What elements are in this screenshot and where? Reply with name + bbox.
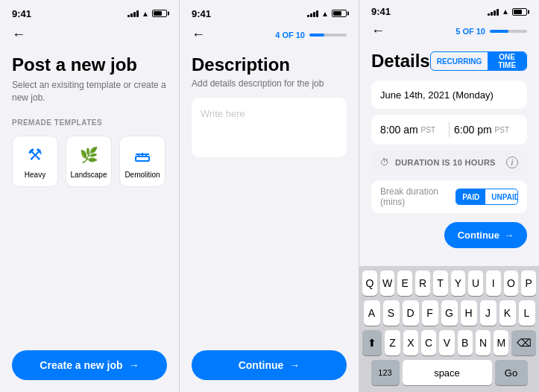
key-j[interactable]: J bbox=[480, 300, 497, 326]
clock-icon: ⏱ bbox=[380, 157, 389, 168]
continue-button-3[interactable]: Continue → bbox=[444, 222, 527, 248]
start-time-block[interactable]: 8:00 am PST bbox=[380, 124, 444, 136]
battery-icon-2 bbox=[332, 10, 347, 17]
keyboard-row-1: Q W E R T Y U I O P bbox=[362, 271, 536, 296]
continue-row: Continue → bbox=[371, 222, 527, 248]
end-time-tz: PST bbox=[495, 126, 509, 134]
key-h[interactable]: H bbox=[461, 300, 477, 326]
back-button-2[interactable]: ← bbox=[192, 27, 205, 42]
duration-row: ⏱ DURATION IS 10 HOURS i bbox=[371, 151, 527, 174]
key-e[interactable]: E bbox=[397, 271, 412, 296]
template-heavy-label: Heavy bbox=[25, 171, 45, 179]
key-q[interactable]: Q bbox=[362, 271, 377, 296]
description-textarea[interactable]: Write here bbox=[192, 98, 347, 157]
space-key[interactable]: space bbox=[403, 360, 492, 385]
key-m[interactable]: M bbox=[494, 330, 508, 355]
one-time-toggle[interactable]: ONE TIME bbox=[488, 52, 526, 70]
template-heavy[interactable]: ⚒ Heavy bbox=[12, 136, 58, 187]
keyboard-row-3: ⬆ Z X C V B N M ⌫ bbox=[362, 330, 536, 355]
delete-key[interactable]: ⌫ bbox=[511, 330, 535, 355]
key-p[interactable]: P bbox=[521, 271, 536, 296]
status-bar-2: 9:41 ▲ bbox=[180, 0, 359, 24]
key-n[interactable]: N bbox=[476, 330, 491, 355]
key-y[interactable]: Y bbox=[451, 271, 466, 296]
break-label: Break duration (mins) bbox=[380, 186, 456, 207]
nav-header-2: ← 4 OF 10 bbox=[180, 24, 359, 48]
create-job-button[interactable]: Create a new job → bbox=[12, 350, 167, 380]
svg-rect-0 bbox=[136, 157, 149, 161]
screen3-main: Details RECURRING ONE TIME June 14th, 20… bbox=[359, 45, 539, 266]
paid-button[interactable]: PAID bbox=[456, 189, 485, 204]
continue-arrow-icon-3: → bbox=[504, 230, 514, 241]
status-icons-3: ▲ bbox=[488, 7, 527, 16]
signal-icon-2 bbox=[307, 10, 318, 17]
key-v[interactable]: V bbox=[439, 330, 454, 355]
key-d[interactable]: D bbox=[403, 300, 419, 326]
template-landscape[interactable]: 🌿 Landscape bbox=[66, 136, 112, 187]
key-i[interactable]: I bbox=[486, 271, 501, 296]
time-divider bbox=[449, 122, 450, 137]
key-w[interactable]: W bbox=[380, 271, 395, 296]
create-job-label: Create a new job bbox=[40, 359, 122, 371]
templates-grid: ⚒ Heavy 🌿 Landscape Demolition bbox=[12, 136, 167, 187]
progress-fill-2 bbox=[309, 34, 324, 37]
recurring-toggle-group: RECURRING ONE TIME bbox=[430, 51, 527, 71]
back-button-1[interactable]: ← bbox=[12, 27, 25, 42]
recurring-toggle[interactable]: RECURRING bbox=[431, 52, 488, 70]
status-bar-3: 9:41 ▲ bbox=[359, 0, 539, 20]
screen1-main: Post a new job Select an exisiting templ… bbox=[0, 48, 179, 338]
key-l[interactable]: L bbox=[519, 300, 535, 326]
go-key[interactable]: Go bbox=[495, 360, 528, 385]
status-time-2: 9:41 bbox=[192, 8, 211, 19]
key-o[interactable]: O bbox=[504, 271, 519, 296]
start-time-tz: PST bbox=[421, 126, 435, 134]
key-g[interactable]: G bbox=[441, 300, 458, 326]
back-button-3[interactable]: ← bbox=[371, 23, 385, 39]
numbers-key[interactable]: 123 bbox=[371, 360, 400, 385]
nav-header-3: ← 5 OF 10 bbox=[359, 20, 539, 45]
nav-header-1: ← bbox=[0, 24, 179, 48]
screen-description: 9:41 ▲ ← 4 OF 10 Description Add details… bbox=[180, 0, 359, 392]
continue-label-2: Continue bbox=[239, 359, 284, 371]
info-icon[interactable]: i bbox=[506, 157, 518, 168]
signal-icon-3 bbox=[488, 8, 499, 16]
continue-arrow-icon-2: → bbox=[289, 359, 300, 371]
end-time-block[interactable]: 6:00 pm PST bbox=[454, 124, 518, 136]
key-s[interactable]: S bbox=[383, 300, 400, 326]
duration-info: ⏱ DURATION IS 10 HOURS bbox=[380, 157, 496, 168]
progress-area-2: 4 OF 10 bbox=[275, 31, 347, 39]
status-time-3: 9:41 bbox=[371, 6, 391, 17]
template-landscape-label: Landscape bbox=[71, 171, 107, 179]
key-b[interactable]: B bbox=[458, 330, 473, 355]
bottom-area-2: Continue → bbox=[180, 338, 359, 392]
key-c[interactable]: C bbox=[421, 330, 436, 355]
template-demolition[interactable]: Demolition bbox=[119, 136, 166, 187]
shift-key[interactable]: ⬆ bbox=[362, 330, 382, 355]
create-job-arrow-icon: → bbox=[129, 359, 139, 371]
key-t[interactable]: T bbox=[433, 271, 448, 296]
paid-toggle-group: PAID UNPAID bbox=[456, 189, 518, 205]
key-r[interactable]: R bbox=[415, 271, 430, 296]
template-demolition-label: Demolition bbox=[124, 171, 160, 179]
key-z[interactable]: Z bbox=[385, 330, 400, 355]
signal-icon-1 bbox=[127, 10, 139, 17]
progress-bar-2 bbox=[309, 34, 347, 37]
end-time-value: 6:00 pm bbox=[454, 124, 492, 136]
landscape-icon: 🌿 bbox=[78, 144, 100, 166]
details-header: Details RECURRING ONE TIME bbox=[371, 51, 527, 72]
screen-details: 9:41 ▲ ← 5 OF 10 Details REC bbox=[359, 0, 539, 392]
continue-button-2[interactable]: Continue → bbox=[192, 350, 347, 380]
demolition-icon bbox=[131, 144, 154, 166]
progress-label-3: 5 OF 10 bbox=[456, 27, 485, 36]
progress-label-2: 4 OF 10 bbox=[275, 31, 305, 39]
date-text: June 14th, 2021 (Monday) bbox=[380, 89, 494, 101]
unpaid-button[interactable]: UNPAID bbox=[485, 189, 518, 204]
key-x[interactable]: X bbox=[403, 330, 418, 355]
key-f[interactable]: F bbox=[422, 300, 438, 326]
date-card[interactable]: June 14th, 2021 (Monday) bbox=[371, 80, 527, 109]
description-subtitle: Add details description for the job bbox=[192, 78, 347, 89]
key-u[interactable]: U bbox=[468, 271, 483, 296]
key-k[interactable]: K bbox=[499, 300, 516, 326]
status-icons-2: ▲ bbox=[307, 10, 347, 18]
key-a[interactable]: A bbox=[364, 300, 380, 326]
